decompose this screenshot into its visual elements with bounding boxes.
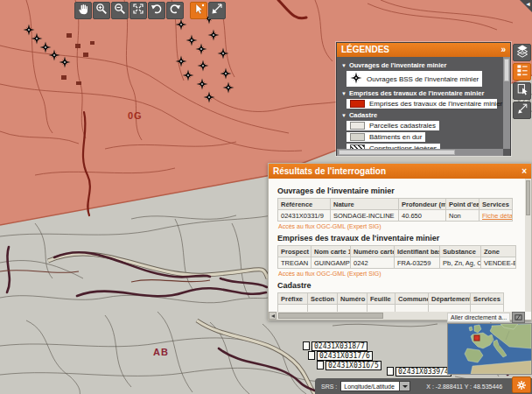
legend-group-label: Cadastre: [349, 111, 377, 119]
bss-label-anchor: [387, 367, 394, 376]
column-header[interactable]: Numéro: [338, 293, 368, 305]
scroll-left-arrow[interactable]: [269, 312, 276, 320]
pan-hand-button[interactable]: [74, 2, 92, 19]
results-panel-title: Résultats de l'interrogation: [273, 164, 386, 179]
undo-button[interactable]: [148, 2, 165, 19]
parcel-outline-swatch: [350, 122, 365, 130]
column-header[interactable]: Nom carte 1/50 000: [312, 246, 351, 257]
settings-button[interactable]: [512, 376, 531, 393]
identify-button[interactable]: [190, 2, 207, 19]
zoom-out-icon: [114, 3, 126, 18]
close-icon[interactable]: ×: [522, 164, 527, 179]
column-header[interactable]: Identifiant base Promine: [395, 246, 440, 257]
legend-vertical-scrollbar[interactable]: [503, 57, 510, 149]
goto-button[interactable]: [512, 312, 525, 323]
legend-panel-title: LÉGENDES: [341, 43, 389, 57]
column-header[interactable]: Services: [471, 293, 504, 305]
identify-results-icon: [515, 82, 529, 100]
column-header[interactable]: Référence: [278, 199, 331, 210]
column-header[interactable]: Section: [308, 293, 338, 305]
column-header[interactable]: Services: [480, 199, 513, 210]
legend-entry-label: Emprises des travaux de l'inventaire min…: [369, 100, 502, 108]
table-cell: TREGAN: [278, 257, 312, 269]
gray-fill-swatch: [350, 133, 365, 141]
legend-horizontal-scrollbar[interactable]: [337, 149, 503, 156]
measure-icon: [211, 3, 223, 18]
legend-entry-label: Bâtiments en dur: [369, 133, 422, 141]
table-cell: Non: [446, 210, 480, 222]
sidebar-measure-button[interactable]: [513, 102, 531, 119]
table-cell: FRA-03259: [395, 257, 440, 269]
column-header[interactable]: Profondeur (m): [399, 199, 446, 210]
column-header[interactable]: Numéro carte 1/50 000: [351, 246, 395, 257]
table-row: TREGAN GUINGAMP 0242 FRA-03259 Pb, Zn, A…: [278, 257, 516, 269]
goto-control: Aller directement à...: [447, 312, 525, 323]
column-header[interactable]: Zone: [481, 246, 516, 257]
legend-panel-header[interactable]: LÉGENDES »: [337, 43, 510, 57]
collapse-corner-button[interactable]: ◄: [520, 0, 532, 12]
star-gear-icon: [516, 380, 527, 390]
column-header[interactable]: Prospect: [278, 246, 312, 257]
scroll-thumb[interactable]: [278, 313, 383, 319]
results-panel-header[interactable]: Résultats de l'interrogation ×: [269, 164, 531, 179]
measure-tools-icon: [515, 102, 529, 119]
chevron-down-icon[interactable]: [399, 382, 410, 390]
legend-entry-batiments: Bâtiments en dur: [346, 132, 425, 142]
column-header[interactable]: Commune: [396, 293, 429, 305]
srs-select[interactable]: Longitude/Latitude: [340, 381, 410, 391]
legend-group-label: Emprises des travaux de l'inventaire min…: [349, 89, 484, 97]
column-header[interactable]: Substance: [440, 246, 481, 257]
table-cell: 02431X0331/9: [278, 210, 331, 222]
section-heading-ouvrages: Ouvrages de l'inventaire minier: [277, 186, 519, 195]
fiche-detaillee-link[interactable]: Fiche détaillée: [482, 212, 513, 220]
bss-label-anchor: [303, 341, 310, 350]
table-cell: SONDAGE-INCLINE: [331, 210, 399, 222]
legend-panel-body: ▼ Ouvrages de l'inventaire minier Ouvrag…: [337, 57, 510, 156]
collapse-icon[interactable]: »: [500, 43, 506, 57]
column-header[interactable]: Feuille: [368, 293, 396, 305]
zoom-out-button[interactable]: [111, 2, 129, 19]
chevron-icon: ◄: [525, 1, 531, 7]
results-vertical-scrollbar[interactable]: [525, 179, 531, 312]
chevron-down-icon: ▼: [341, 63, 346, 68]
goto-label: Aller directement à...: [447, 313, 510, 322]
map-zone-label-0g: 0G: [128, 110, 143, 121]
column-header[interactable]: Point d'eau: [446, 199, 480, 210]
bss-label-anchor: [308, 351, 315, 360]
legend-entry-emprises: Emprises des travaux de l'inventaire min…: [346, 99, 497, 109]
sidebar-legend-button[interactable]: [513, 63, 531, 81]
sidebar-layers-button[interactable]: [513, 44, 531, 61]
overview-map[interactable]: [447, 323, 532, 375]
goto-map-icon: [514, 313, 522, 321]
map-viewport[interactable]: 0G AB 02431X0318/7 02431X0317/6 02431X03…: [0, 0, 532, 394]
ogc-gml-link[interactable]: Accès au flux OGC-GML (Expert SIG): [278, 271, 519, 277]
legend-group-emprises[interactable]: ▼ Emprises des travaux de l'inventaire m…: [341, 89, 500, 97]
cursor-coordinates: X : -2.888411 Y : 48.535446: [426, 383, 502, 390]
zoom-in-button[interactable]: [93, 2, 110, 19]
srs-selected-value: Longitude/Latitude: [341, 383, 399, 390]
chevron-down-icon: ▼: [341, 91, 346, 96]
section-heading-cadastre: Cadastre: [277, 281, 519, 290]
layers-icon: [515, 44, 529, 61]
table-row: 02431X0331/9 SONDAGE-INCLINE 40.650 Non …: [278, 210, 513, 222]
redo-icon: [169, 3, 181, 18]
bss-label: 02431X0316/5: [326, 361, 382, 370]
map-toolbar: [74, 2, 226, 19]
legend-group-cadastre[interactable]: ▼ Cadastre: [341, 111, 500, 119]
zoom-extent-button[interactable]: [130, 2, 147, 19]
legend-panel: LÉGENDES » ▼ Ouvrages de l'inventaire mi…: [336, 42, 511, 156]
measure-button[interactable]: [208, 2, 226, 19]
ogc-gml-link[interactable]: Accès au flux OGC-GML (Expert SIG): [278, 223, 519, 229]
results-panel: Résultats de l'interrogation × Ouvrages …: [268, 163, 532, 320]
legend-group-ouvrages[interactable]: ▼ Ouvrages de l'inventaire minier: [341, 61, 500, 69]
column-header[interactable]: Département: [429, 293, 471, 305]
column-header[interactable]: Nature: [331, 199, 399, 210]
undo-icon: [150, 3, 163, 18]
srs-label: SRS :: [321, 383, 337, 390]
sidebar-identify-results-button[interactable]: [513, 82, 531, 100]
zoom-in-icon: [95, 3, 108, 18]
redo-button[interactable]: [166, 2, 184, 19]
status-bar: SRS : Longitude/Latitude X : -2.888411 Y…: [315, 378, 532, 394]
bss-star-icon: [350, 72, 362, 86]
column-header[interactable]: Préfixe: [278, 293, 308, 305]
